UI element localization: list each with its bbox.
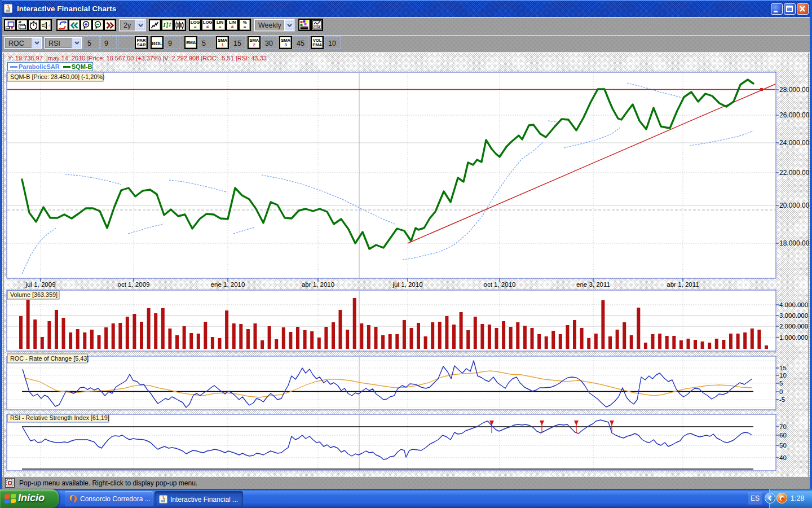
svg-text:ROC - Rate of Change [5,43]: ROC - Rate of Change [5,43] <box>10 355 89 362</box>
svg-text:40: 40 <box>779 454 787 461</box>
svg-text:4.000.000: 4.000.000 <box>779 301 808 308</box>
svg-text:ene 1, 2010: ene 1, 2010 <box>211 281 245 288</box>
svg-text:Volume [363.359]: Volume [363.359] <box>10 291 58 298</box>
svg-text:28.000,00: 28.000,00 <box>779 86 810 94</box>
svg-text:0: 0 <box>779 388 783 395</box>
svg-text:oct 1, 2010: oct 1, 2010 <box>484 281 516 288</box>
svg-text:10: 10 <box>779 372 787 379</box>
svg-text:jul 1, 2009: jul 1, 2009 <box>25 281 55 288</box>
svg-text:-5: -5 <box>779 396 785 403</box>
svg-text:abr 1, 2010: abr 1, 2010 <box>302 281 334 288</box>
svg-text:15: 15 <box>779 365 787 371</box>
svg-text:abr 1, 2011: abr 1, 2011 <box>667 281 699 288</box>
svg-text:70: 70 <box>779 423 787 430</box>
svg-text:jul 1, 2010: jul 1, 2010 <box>392 281 422 288</box>
svg-text:oct 1, 2009: oct 1, 2009 <box>118 281 150 288</box>
svg-text:26.000,00: 26.000,00 <box>779 111 810 119</box>
svg-text:50: 50 <box>779 442 787 449</box>
svg-text:20.000,00: 20.000,00 <box>779 202 810 209</box>
svg-text:1.000.000: 1.000.000 <box>779 334 808 341</box>
svg-text:2.000.000: 2.000.000 <box>779 323 808 330</box>
svg-text:SQM-B [Price: 28.450,00] (-1,2: SQM-B [Price: 28.450,00] (-1,20%) <box>10 73 104 80</box>
svg-text:5: 5 <box>779 380 783 387</box>
svg-text:ene 3, 2011: ene 3, 2011 <box>576 281 610 288</box>
svg-text:24.000,00: 24.000,00 <box>779 139 810 147</box>
svg-text:RSI - Relative Strength Index: RSI - Relative Strength Index [61,19] <box>10 414 109 421</box>
svg-text:18.000,00: 18.000,00 <box>779 239 810 247</box>
svg-text:22.000,00: 22.000,00 <box>779 169 810 177</box>
svg-text:3.000.000: 3.000.000 <box>779 312 808 319</box>
svg-text:60: 60 <box>779 432 787 439</box>
